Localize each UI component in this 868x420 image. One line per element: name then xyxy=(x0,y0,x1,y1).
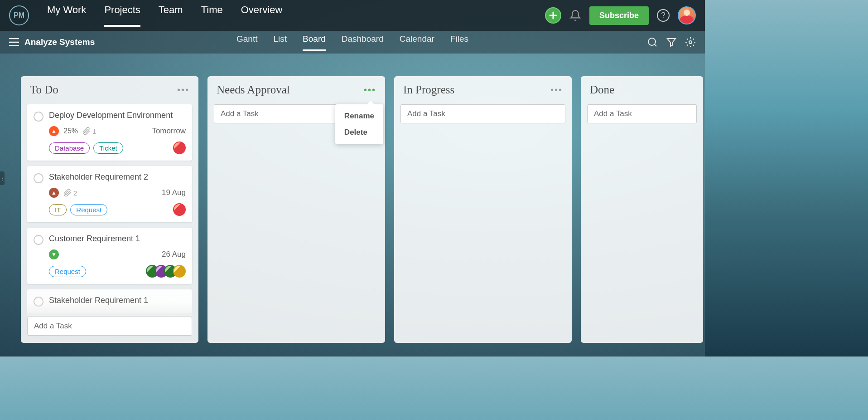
attachment-count: 2 xyxy=(63,189,77,197)
column-in-progress: In Progress ••• Add a Task xyxy=(394,76,572,343)
tab-dashboard[interactable]: Dashboard xyxy=(342,34,384,51)
priority-med-icon: ▲ xyxy=(49,188,59,198)
priority-high-icon: ▲ xyxy=(49,126,59,136)
bell-icon[interactable] xyxy=(569,10,581,21)
svg-point-1 xyxy=(689,41,692,44)
nav-overview[interactable]: Overview xyxy=(241,4,283,27)
task-title: Customer Requirement 1 xyxy=(49,234,186,244)
task-title: Deploy Development Environment xyxy=(49,111,186,120)
assignee-avatar[interactable] xyxy=(173,142,186,154)
column-header: Done xyxy=(587,83,697,96)
column-title: Needs Approval xyxy=(217,83,290,96)
task-card[interactable]: Customer Requirement 1 ▼ 26 Aug Request xyxy=(27,228,192,284)
column-menu-icon[interactable]: ••• xyxy=(177,85,189,95)
column-header: In Progress ••• xyxy=(400,83,565,96)
due-date: Tomorrow xyxy=(152,127,186,136)
tag-request[interactable]: Request xyxy=(70,204,107,215)
paperclip-icon xyxy=(82,127,91,135)
add-task-input[interactable]: Add a Task xyxy=(587,104,697,123)
add-task-input[interactable]: Add a Task xyxy=(27,317,192,336)
tab-gantt[interactable]: Gantt xyxy=(236,34,257,51)
hamburger-icon[interactable] xyxy=(9,38,19,46)
due-date: 19 Aug xyxy=(162,188,186,197)
column-dropdown: Rename Delete xyxy=(335,104,383,144)
tab-files[interactable]: Files xyxy=(450,34,468,51)
board: To Do ••• Deploy Development Environment… xyxy=(0,54,705,343)
column-title: To Do xyxy=(30,83,58,96)
nav-main: My Work Projects Team Time Overview xyxy=(47,4,545,27)
column-menu-icon[interactable]: ••• xyxy=(364,85,376,95)
assignees xyxy=(173,142,186,154)
assignees xyxy=(173,203,186,216)
priority-low-icon: ▼ xyxy=(49,249,59,259)
nav-projects[interactable]: Projects xyxy=(104,4,140,27)
side-handle[interactable]: ⋮ xyxy=(0,171,5,185)
subscribe-button[interactable]: Subscribe xyxy=(589,6,649,25)
tab-list[interactable]: List xyxy=(274,34,287,51)
column-todo: To Do ••• Deploy Development Environment… xyxy=(21,76,198,343)
svg-point-0 xyxy=(648,38,656,45)
tag-request[interactable]: Request xyxy=(49,266,86,277)
column-title: Done xyxy=(590,83,614,96)
paperclip-icon xyxy=(63,189,72,197)
tag-ticket[interactable]: Ticket xyxy=(93,142,123,154)
complete-checkbox[interactable] xyxy=(34,297,43,307)
subnav: Gantt List Board Dashboard Calendar File… xyxy=(236,34,468,51)
dropdown-rename[interactable]: Rename xyxy=(335,108,383,124)
filter-icon[interactable] xyxy=(666,37,677,48)
topbar: PM My Work Projects Team Time Overview S… xyxy=(0,0,705,31)
task-title: Stakeholder Requirement 2 xyxy=(49,172,186,182)
subbar: Analyze Systems Gantt List Board Dashboa… xyxy=(0,31,705,54)
search-icon[interactable] xyxy=(647,37,658,48)
assignee-avatar[interactable] xyxy=(173,203,186,216)
add-button[interactable] xyxy=(545,7,561,24)
tag-it[interactable]: IT xyxy=(49,204,67,215)
project-name: Analyze Systems xyxy=(24,37,95,47)
user-avatar[interactable] xyxy=(678,6,696,24)
plus-icon xyxy=(549,11,558,20)
complete-checkbox[interactable] xyxy=(34,173,43,183)
column-header: To Do ••• xyxy=(27,83,192,96)
task-card-partial[interactable]: Stakeholder Requirement 1 xyxy=(27,289,192,313)
progress-percent: 25% xyxy=(63,127,78,135)
column-needs-approval: Needs Approval ••• Rename Delete Add a T… xyxy=(207,76,385,343)
gear-icon[interactable] xyxy=(685,37,696,48)
nav-right: Subscribe ? xyxy=(545,6,696,25)
column-header: Needs Approval ••• xyxy=(214,83,379,96)
due-date: 26 Aug xyxy=(162,250,186,259)
column-menu-icon[interactable]: ••• xyxy=(550,85,563,95)
column-done: Done Add a Task xyxy=(581,76,703,343)
dropdown-delete[interactable]: Delete xyxy=(335,124,383,141)
nav-time[interactable]: Time xyxy=(201,4,223,27)
help-icon[interactable]: ? xyxy=(657,9,670,22)
assignees xyxy=(146,265,186,278)
task-card[interactable]: Deploy Development Environment ▲ 25% 1 T… xyxy=(27,104,192,161)
add-task-input[interactable]: Add a Task xyxy=(400,104,565,123)
nav-my-work[interactable]: My Work xyxy=(47,4,86,27)
tag-database[interactable]: Database xyxy=(49,142,90,154)
nav-team[interactable]: Team xyxy=(159,4,183,27)
column-title: In Progress xyxy=(403,83,454,96)
task-title: Stakeholder Requirement 1 xyxy=(49,296,186,305)
task-card[interactable]: Stakeholder Requirement 2 ▲ 2 19 Aug IT … xyxy=(27,166,192,222)
subbar-right xyxy=(647,37,696,48)
assignee-avatar[interactable] xyxy=(173,265,186,278)
complete-checkbox[interactable] xyxy=(34,235,43,245)
tab-calendar[interactable]: Calendar xyxy=(400,34,434,51)
attachment-count: 1 xyxy=(82,127,96,135)
logo[interactable]: PM xyxy=(9,5,29,25)
tab-board[interactable]: Board xyxy=(303,34,326,51)
complete-checkbox[interactable] xyxy=(34,112,43,122)
